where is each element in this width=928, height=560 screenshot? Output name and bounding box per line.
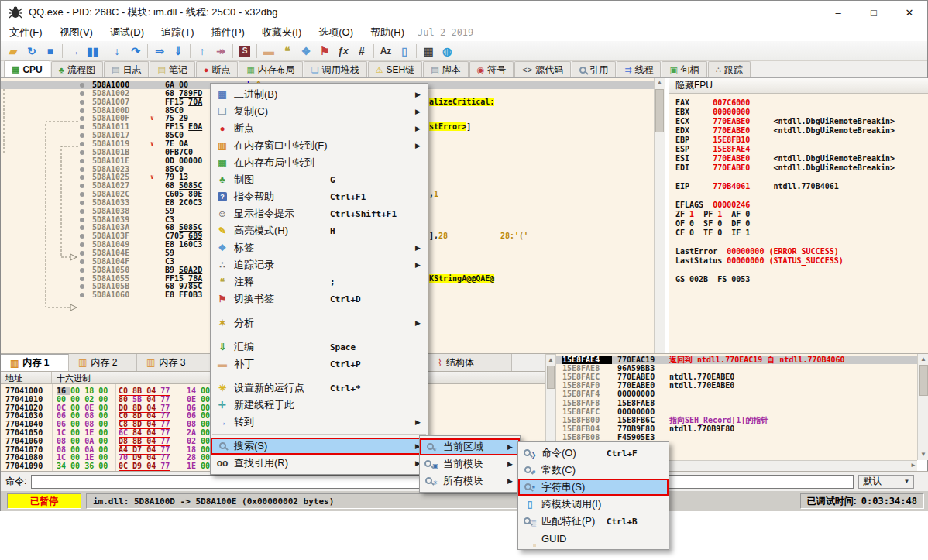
registers-pane[interactable]: 隐藏FPU EAX 007C6000EBX 00000000ECX 770EAB… [669,78,928,353]
menu-item-搜索(S)[interactable]: 搜索(S)▶ [211,438,428,455]
breakpoint-dot[interactable] [80,108,84,113]
menu-收藏夹(I)[interactable]: 收藏夹(I) [253,24,310,41]
bookmark-button[interactable]: ⚑ [315,43,334,60]
breakpoint-dot[interactable] [80,242,84,247]
register-line[interactable]: OF 0 SF 0 DF 0 [675,219,750,228]
menu-item-断点[interactable]: ●断点▶ [211,120,428,137]
close-button[interactable]: ✕ [892,1,927,24]
menu-视图(V)[interactable]: 视图(V) [51,24,101,41]
menu-文件(F)[interactable]: 文件(F) [1,24,51,41]
register-line[interactable]: EDI 770EABE0 <ntdll.DbgUiRemoteBreakin> [675,163,895,173]
stack-vertical-scrollbar[interactable]: ▲▼ [917,354,928,460]
pause-button[interactable]: ▮▮ [84,43,102,60]
menu-item-所有模块[interactable]: ✳所有模块▶ [420,472,520,490]
dump-tab-内存 2[interactable]: ▥内存 2 [69,354,137,371]
menu-item-指令帮助[interactable]: ?指令帮助Ctrl+F1 [211,188,428,205]
menu-item-在内存窗口中转到(F)[interactable]: ▥在内存窗口中转到(F)▶ [211,137,428,154]
register-line[interactable]: LastStatus 00000000 (STATUS_SUCCESS) [675,256,844,266]
register-line[interactable]: ECX 770EABE0 <ntdll.DbgUiRemoteBreakin> [675,117,895,126]
az-button[interactable]: Az [376,43,395,60]
tab-日志[interactable]: ▤日志 [104,61,149,77]
menu-item-新建线程于此[interactable]: ✛新建线程于此 [211,397,428,414]
menu-item-常数(C)[interactable]: #常数(C) [518,462,669,479]
stack-row[interactable]: 15E8FB04770B9F80ntdll.770B9F80 [556,424,917,433]
breakpoint-dot[interactable] [80,142,84,146]
register-line[interactable]: EBX 00000000 [675,108,750,117]
tab-句柄[interactable]: ▣句柄 [662,61,706,77]
tab-CPU[interactable]: ▦CPU [4,60,50,77]
breakpoint-dot[interactable] [80,91,84,96]
menu-item-补丁[interactable]: ▬补丁Ctrl+P [211,356,428,373]
breakpoint-dot[interactable] [80,150,84,155]
stack-row[interactable]: 15E8FB08F45905E3 [556,433,917,441]
stack-row[interactable]: 15E8FAF400000000 [556,390,917,398]
breakpoint-dot[interactable] [80,218,84,222]
menu-item-标签[interactable]: ❖标签▶ [211,239,428,256]
tab-跟踪[interactable]: ∴跟踪 [708,61,751,77]
menu-item-跨模块调用(I)[interactable]: ▯跨模块调用(I) [518,496,669,513]
trace-button[interactable]: S [235,43,254,60]
menu-item-GUID[interactable]: GUID [518,530,669,547]
tab-符号[interactable]: ◉符号 [469,61,514,77]
menu-选项(O)[interactable]: 选项(O) [310,24,362,41]
tab-线程[interactable]: ⇉线程 [617,61,661,77]
breakpoint-dot[interactable] [80,234,84,239]
register-line[interactable]: GS 002B FS 0053 [675,275,750,284]
breakpoint-dot[interactable] [80,293,84,297]
menu-插件(P)[interactable]: 插件(P) [203,24,253,41]
breakpoint-dot[interactable] [80,268,84,273]
menu-item-切换书签[interactable]: ⚑切换书签Ctrl+D [211,290,428,307]
register-line[interactable]: LastError 00000000 (ERROR_SUCCESS) [675,247,839,256]
register-line[interactable]: CF 0 TF 0 IF 1 [675,228,750,238]
menu-item-高亮模式(H)[interactable]: ✎高亮模式(H)H [211,222,428,239]
breakpoint-dot[interactable] [80,225,84,230]
menu-item-匹配特征(P)[interactable]: ▒匹配特征(P)Ctrl+B [518,513,669,530]
label-button[interactable]: ❖ [297,43,315,60]
breakpoint-dot[interactable] [80,259,84,264]
stack-row[interactable]: 15E8FAF0770EABE0ntdll.770EABE0 [556,381,917,390]
dump-tab-内存 1[interactable]: ▥内存 1 [1,354,69,371]
globe-button[interactable]: ◍ [438,43,456,60]
menu-item-分析[interactable]: ✶分析▶ [211,314,428,332]
restart-button[interactable]: ↻ [22,43,41,60]
attach-button[interactable]: ↠ [211,43,230,60]
breakpoint-dot[interactable] [80,116,84,121]
breakpoint-dot[interactable] [80,175,84,180]
stack-row[interactable]: 15E8FAE896A59BB3 [556,364,917,373]
tab-引用[interactable]: 引用 [572,61,616,77]
run-to-user-code-button[interactable]: ⇒ [150,43,169,60]
register-line[interactable]: ESP 15E8FAE4 [675,145,750,154]
stack-row[interactable]: 15E8FAF815E8FAE8 [556,399,917,407]
dump-tab-结构体[interactable]: ⌇结构体 [428,354,512,371]
menu-item-字符串(S)[interactable]: ❞字符串(S) [518,479,669,496]
tab-源代码[interactable]: <>源代码 [514,61,571,77]
comment-button[interactable]: ❝ [278,43,297,60]
tab-SEH链[interactable]: ⚠SEH链 [368,61,423,77]
breakpoint-dot[interactable] [80,201,84,205]
menu-item-追踪记录[interactable]: ∴追踪记录▶ [211,256,428,273]
menu-item-当前模块[interactable]: ▣当前模块▶ [420,455,520,472]
menu-item-制图[interactable]: ♣制图G [211,171,428,188]
breakpoint-dot[interactable] [80,133,84,138]
breakpoint-dot[interactable] [80,167,84,172]
breakpoint-dot[interactable] [80,277,84,281]
run-button[interactable]: → [65,43,84,60]
patch-button[interactable]: ▬ [259,43,278,60]
menu-item-转到[interactable]: →转到▶ [211,414,428,431]
hide-fpu-button[interactable]: 隐藏FPU [669,78,928,94]
menu-item-复制(C)[interactable]: ❏复制(C)▶ [211,103,428,120]
stack-row[interactable]: 15E8FB0015E8FB6C指向SEH_Record[1]的指针 [556,416,917,424]
breakpoint-dot[interactable] [80,125,84,129]
breakpoint-dot[interactable] [80,284,84,289]
menu-调试(D)[interactable]: 调试(D) [101,24,153,41]
menu-item-汇编[interactable]: ⇓汇编Space [211,338,428,356]
breakpoint-dot[interactable] [80,184,84,188]
register-line[interactable]: EBP 15E8FB10 [675,136,750,145]
menu-item-显示指令提示[interactable]: ☺显示指令提示Ctrl+Shift+F1 [211,205,428,222]
menu-帮助(H)[interactable]: 帮助(H) [362,24,413,41]
modules-button[interactable]: ▯ [395,43,414,60]
stop-button[interactable]: ■ [41,43,60,60]
menu-item-当前区域[interactable]: ▫当前区域▶ [420,438,520,455]
menu-item-注释[interactable]: ❝注释; [211,273,428,290]
dump-header-地址[interactable]: 地址 [1,372,52,383]
